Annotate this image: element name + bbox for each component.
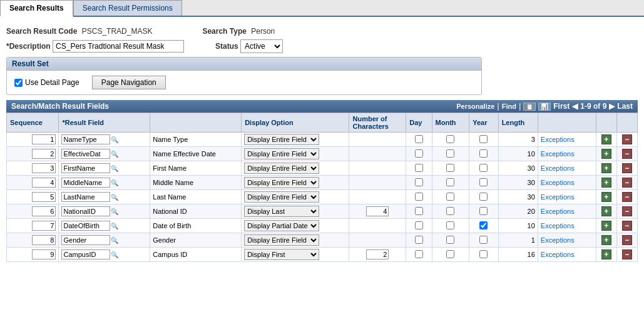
field-input[interactable]	[61, 235, 110, 245]
sequence-input[interactable]	[32, 134, 56, 144]
search-icon[interactable]: 🔍	[111, 136, 118, 143]
year-checkbox[interactable]	[479, 135, 488, 143]
search-icon[interactable]: 🔍	[111, 251, 118, 258]
display-option-select[interactable]: Display Entire FieldDisplay LastDisplay …	[244, 163, 319, 174]
add-row-button[interactable]: +	[601, 249, 611, 259]
search-icon[interactable]: 🔍	[111, 179, 118, 186]
exceptions-link[interactable]: Exceptions	[541, 251, 575, 258]
display-option-select[interactable]: Display Entire FieldDisplay LastDisplay …	[244, 220, 319, 231]
search-icon[interactable]: 🔍	[111, 208, 118, 215]
month-checkbox[interactable]	[446, 236, 454, 244]
display-option-select[interactable]: Display Entire FieldDisplay LastDisplay …	[244, 177, 319, 188]
day-checkbox[interactable]	[415, 193, 423, 201]
year-checkbox[interactable]	[479, 193, 488, 201]
add-row-button[interactable]: +	[601, 163, 611, 173]
sequence-input[interactable]	[32, 149, 56, 159]
grid-icon-btn-2[interactable]: 📊	[538, 103, 551, 111]
display-option-select[interactable]: Display Entire FieldDisplay LastDisplay …	[244, 206, 319, 217]
status-select[interactable]: Active Inactive	[240, 39, 283, 53]
tab-search-result-permissions[interactable]: Search Result Permissions	[73, 0, 182, 16]
remove-row-button[interactable]: −	[622, 178, 632, 188]
add-row-button[interactable]: +	[601, 178, 611, 188]
exceptions-link[interactable]: Exceptions	[541, 179, 575, 186]
personalize-link[interactable]: Personalize	[456, 103, 494, 110]
day-checkbox[interactable]	[415, 164, 423, 172]
year-checkbox[interactable]	[479, 236, 488, 244]
year-checkbox[interactable]	[479, 178, 488, 186]
add-row-button[interactable]: +	[601, 235, 611, 245]
day-checkbox[interactable]	[415, 250, 423, 258]
exceptions-link[interactable]: Exceptions	[541, 208, 575, 215]
num-chars-input[interactable]	[366, 206, 389, 216]
sequence-input[interactable]	[32, 206, 56, 216]
description-input[interactable]	[53, 40, 184, 53]
use-detail-page-group[interactable]: Use Detail Page	[14, 78, 79, 87]
month-checkbox[interactable]	[446, 178, 454, 186]
field-input[interactable]	[61, 178, 110, 188]
tab-search-results[interactable]: Search Results	[0, 0, 73, 17]
add-row-button[interactable]: +	[601, 221, 611, 231]
year-checkbox[interactable]	[479, 207, 488, 215]
next-arrow[interactable]: ▶	[609, 102, 615, 111]
month-checkbox[interactable]	[446, 164, 454, 172]
year-checkbox[interactable]	[479, 221, 488, 229]
month-checkbox[interactable]	[446, 149, 454, 158]
remove-row-button[interactable]: −	[622, 134, 632, 144]
field-input[interactable]	[61, 206, 110, 216]
last-label[interactable]: Last	[617, 102, 633, 111]
remove-row-button[interactable]: −	[622, 163, 632, 173]
remove-row-button[interactable]: −	[622, 206, 632, 216]
exceptions-link[interactable]: Exceptions	[541, 164, 575, 172]
day-checkbox[interactable]	[415, 149, 423, 158]
field-input[interactable]	[61, 163, 110, 173]
month-checkbox[interactable]	[446, 207, 454, 215]
exceptions-link[interactable]: Exceptions	[541, 150, 575, 158]
field-input[interactable]	[61, 221, 110, 231]
num-chars-input[interactable]	[366, 249, 389, 259]
year-checkbox[interactable]	[479, 250, 488, 258]
exceptions-link[interactable]: Exceptions	[541, 236, 575, 244]
month-checkbox[interactable]	[446, 250, 454, 258]
use-detail-page-checkbox[interactable]	[14, 79, 23, 87]
sequence-input[interactable]	[32, 163, 56, 173]
display-option-select[interactable]: Display Entire FieldDisplay LastDisplay …	[244, 234, 319, 246]
remove-row-button[interactable]: −	[622, 192, 632, 202]
add-row-button[interactable]: +	[601, 192, 611, 202]
display-option-select[interactable]: Display Entire FieldDisplay LastDisplay …	[244, 148, 319, 159]
prev-arrow[interactable]: ◀	[572, 102, 578, 111]
search-icon[interactable]: 🔍	[111, 194, 118, 201]
add-row-button[interactable]: +	[601, 149, 611, 159]
day-checkbox[interactable]	[415, 236, 423, 244]
grid-icon-btn-1[interactable]: 📋	[523, 103, 536, 111]
day-checkbox[interactable]	[415, 178, 423, 186]
search-icon[interactable]: 🔍	[111, 223, 118, 229]
first-label[interactable]: First	[553, 102, 570, 111]
add-row-button[interactable]: +	[601, 134, 611, 144]
display-option-select[interactable]: Display Entire FieldDisplay LastDisplay …	[244, 134, 319, 145]
year-checkbox[interactable]	[479, 149, 488, 158]
search-icon[interactable]: 🔍	[111, 151, 118, 158]
field-input[interactable]	[61, 249, 110, 259]
field-input[interactable]	[61, 192, 110, 202]
remove-row-button[interactable]: −	[622, 221, 632, 231]
sequence-input[interactable]	[32, 221, 56, 231]
exceptions-link[interactable]: Exceptions	[541, 193, 575, 201]
page-navigation-button[interactable]: Page Navigation	[92, 76, 166, 89]
day-checkbox[interactable]	[415, 207, 423, 215]
display-option-select[interactable]: Display Entire FieldDisplay LastDisplay …	[244, 249, 319, 260]
remove-row-button[interactable]: −	[622, 149, 632, 159]
day-checkbox[interactable]	[415, 135, 423, 143]
field-input[interactable]	[61, 134, 110, 144]
day-checkbox[interactable]	[415, 221, 423, 229]
month-checkbox[interactable]	[446, 135, 454, 143]
find-link[interactable]: Find	[502, 103, 516, 110]
sequence-input[interactable]	[32, 192, 56, 202]
search-icon[interactable]: 🔍	[111, 237, 118, 244]
remove-row-button[interactable]: −	[622, 235, 632, 245]
month-checkbox[interactable]	[446, 221, 454, 229]
month-checkbox[interactable]	[446, 193, 454, 201]
exceptions-link[interactable]: Exceptions	[541, 222, 575, 229]
search-icon[interactable]: 🔍	[111, 165, 118, 172]
remove-row-button[interactable]: −	[622, 249, 632, 259]
exceptions-link[interactable]: Exceptions	[541, 136, 575, 143]
